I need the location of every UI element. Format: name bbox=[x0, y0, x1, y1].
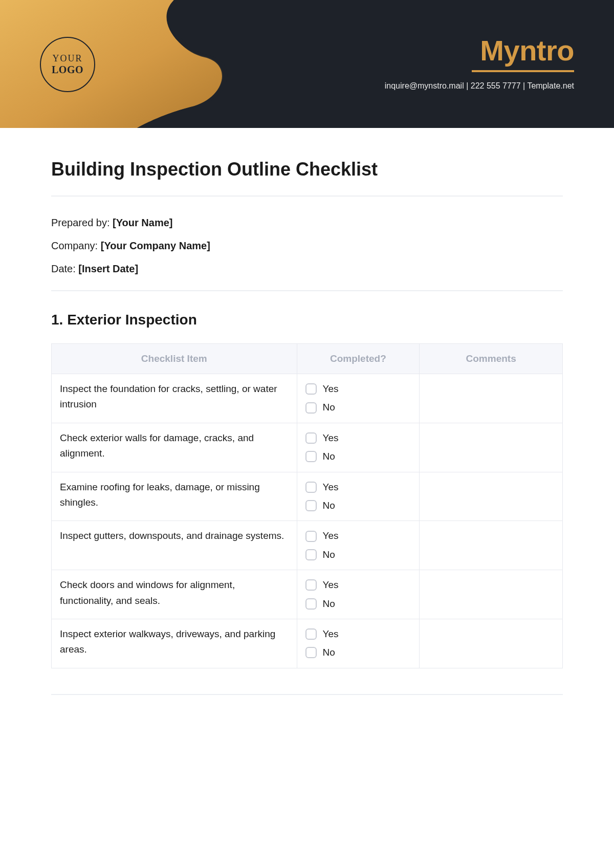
checklist-completed-cell: YesNo bbox=[297, 570, 420, 619]
brand-name: Myntro bbox=[385, 34, 574, 67]
header-wave-decoration bbox=[0, 0, 235, 128]
bottom-divider bbox=[51, 694, 563, 695]
checkbox-icon[interactable] bbox=[305, 402, 317, 414]
col-header-item: Checklist Item bbox=[52, 344, 297, 374]
yesno-option[interactable]: Yes bbox=[305, 577, 411, 593]
checklist-item-text: Inspect gutters, downspouts, and drainag… bbox=[52, 521, 297, 570]
checklist-item-text: Inspect exterior walkways, driveways, an… bbox=[52, 619, 297, 668]
checklist-item-text: Check doors and windows for alignment, f… bbox=[52, 570, 297, 619]
yesno-label: No bbox=[323, 645, 335, 660]
document-content: Building Inspection Outline Checklist Pr… bbox=[0, 128, 614, 726]
yesno-option[interactable]: No bbox=[305, 645, 411, 660]
checklist-comments-cell[interactable] bbox=[420, 374, 563, 423]
checklist-comments-cell[interactable] bbox=[420, 521, 563, 570]
table-row: Inspect exterior walkways, driveways, an… bbox=[52, 619, 563, 668]
document-header: YOUR LOGO Myntro inquire@mynstro.mail | … bbox=[0, 0, 614, 128]
yesno-option[interactable]: Yes bbox=[305, 626, 411, 642]
checklist-completed-cell: YesNo bbox=[297, 521, 420, 570]
yesno-label: No bbox=[323, 596, 335, 612]
checklist-completed-cell: YesNo bbox=[297, 619, 420, 668]
table-row: Check doors and windows for alignment, f… bbox=[52, 570, 563, 619]
checklist-item-text: Check exterior walls for damage, cracks,… bbox=[52, 423, 297, 472]
checklist-completed-cell: YesNo bbox=[297, 374, 420, 423]
col-header-completed: Completed? bbox=[297, 344, 420, 374]
company-label: Company: bbox=[51, 240, 101, 251]
checklist-comments-cell[interactable] bbox=[420, 619, 563, 668]
checklist-item-text: Inspect the foundation for cracks, settl… bbox=[52, 374, 297, 423]
prepared-by-label: Prepared by: bbox=[51, 217, 113, 228]
checkbox-icon[interactable] bbox=[305, 432, 317, 444]
table-row: Inspect gutters, downspouts, and drainag… bbox=[52, 521, 563, 570]
yesno-option[interactable]: No bbox=[305, 498, 411, 513]
company-value: [Your Company Name] bbox=[101, 240, 210, 251]
contact-site: Template.net bbox=[527, 81, 574, 90]
yesno-option[interactable]: Yes bbox=[305, 381, 411, 397]
yesno-option[interactable]: Yes bbox=[305, 480, 411, 495]
yesno-label: Yes bbox=[323, 626, 339, 642]
table-row: Examine roofing for leaks, damage, or mi… bbox=[52, 472, 563, 521]
checklist-comments-cell[interactable] bbox=[420, 570, 563, 619]
yesno-option[interactable]: Yes bbox=[305, 430, 411, 446]
title-divider bbox=[51, 196, 563, 197]
checklist-table: Checklist Item Completed? Comments Inspe… bbox=[51, 343, 563, 668]
brand-contact: inquire@mynstro.mail | 222 555 7777 | Te… bbox=[385, 81, 574, 91]
checklist-comments-cell[interactable] bbox=[420, 472, 563, 521]
yesno-option[interactable]: Yes bbox=[305, 528, 411, 544]
page-title: Building Inspection Outline Checklist bbox=[51, 159, 563, 180]
checkbox-icon[interactable] bbox=[305, 383, 317, 395]
meta-company: Company: [Your Company Name] bbox=[51, 240, 563, 252]
checklist-completed-cell: YesNo bbox=[297, 423, 420, 472]
yesno-option[interactable]: No bbox=[305, 400, 411, 415]
contact-separator-1: | bbox=[464, 81, 471, 90]
checkbox-icon[interactable] bbox=[305, 531, 317, 542]
brand-block: Myntro inquire@mynstro.mail | 222 555 77… bbox=[385, 34, 574, 91]
contact-email: inquire@mynstro.mail bbox=[385, 81, 464, 90]
checklist-completed-cell: YesNo bbox=[297, 472, 420, 521]
yesno-option[interactable]: No bbox=[305, 547, 411, 562]
date-label: Date: bbox=[51, 263, 78, 274]
yesno-option[interactable]: No bbox=[305, 449, 411, 464]
table-header-row: Checklist Item Completed? Comments bbox=[52, 344, 563, 374]
col-header-comments: Comments bbox=[420, 344, 563, 374]
date-value: [Insert Date] bbox=[78, 263, 138, 274]
yesno-label: Yes bbox=[323, 381, 339, 397]
checkbox-icon[interactable] bbox=[305, 628, 317, 640]
checkbox-icon[interactable] bbox=[305, 549, 317, 560]
logo-placeholder: YOUR LOGO bbox=[40, 37, 95, 92]
checklist-comments-cell[interactable] bbox=[420, 423, 563, 472]
table-row: Check exterior walls for damage, cracks,… bbox=[52, 423, 563, 472]
yesno-label: No bbox=[323, 547, 335, 562]
section-heading: 1. Exterior Inspection bbox=[51, 312, 563, 328]
checkbox-icon[interactable] bbox=[305, 598, 317, 610]
logo-text-line2: LOGO bbox=[52, 64, 83, 76]
contact-phone: 222 555 7777 bbox=[471, 81, 521, 90]
checkbox-icon[interactable] bbox=[305, 500, 317, 511]
meta-date: Date: [Insert Date] bbox=[51, 263, 563, 275]
checkbox-icon[interactable] bbox=[305, 647, 317, 658]
yesno-label: No bbox=[323, 400, 335, 415]
yesno-label: Yes bbox=[323, 480, 339, 495]
checkbox-icon[interactable] bbox=[305, 579, 317, 591]
yesno-label: No bbox=[323, 498, 335, 513]
meta-divider bbox=[51, 290, 563, 291]
brand-underline bbox=[472, 70, 574, 72]
yesno-label: Yes bbox=[323, 430, 339, 446]
yesno-label: No bbox=[323, 449, 335, 464]
yesno-option[interactable]: No bbox=[305, 596, 411, 612]
meta-prepared-by: Prepared by: [Your Name] bbox=[51, 217, 563, 229]
checklist-item-text: Examine roofing for leaks, damage, or mi… bbox=[52, 472, 297, 521]
prepared-by-value: [Your Name] bbox=[113, 217, 172, 228]
logo-text-line1: YOUR bbox=[52, 53, 82, 64]
checkbox-icon[interactable] bbox=[305, 451, 317, 462]
yesno-label: Yes bbox=[323, 528, 339, 544]
checkbox-icon[interactable] bbox=[305, 482, 317, 493]
table-row: Inspect the foundation for cracks, settl… bbox=[52, 374, 563, 423]
yesno-label: Yes bbox=[323, 577, 339, 593]
contact-separator-2: | bbox=[521, 81, 528, 90]
